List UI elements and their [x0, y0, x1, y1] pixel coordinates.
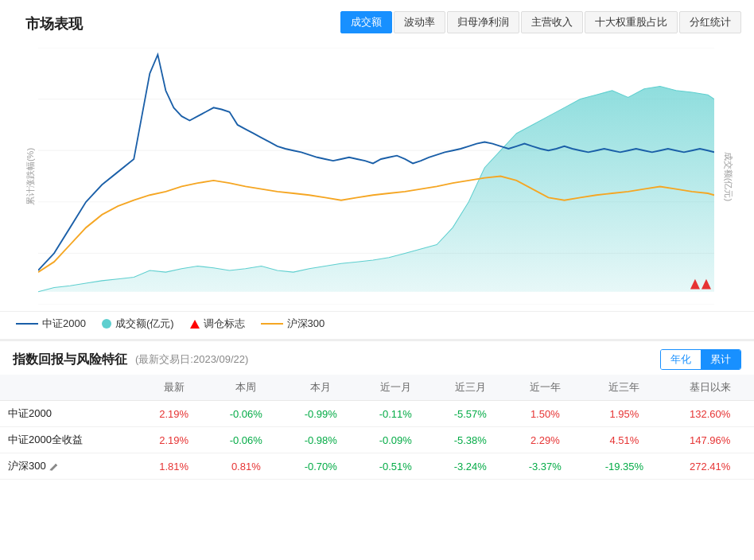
- table-header-row: 最新本周本月近一月近三月近一年近三年基日以来: [0, 375, 754, 401]
- col-header-近一年: 近一年: [507, 375, 582, 401]
- col-header-最新: 最新: [139, 375, 208, 401]
- row-value: 4.51%: [582, 427, 666, 453]
- row-value: -0.06%: [208, 401, 283, 427]
- section2-title: 指数回报与风险特征: [13, 352, 127, 368]
- legend-label-volume: 成交额(亿元): [115, 317, 174, 331]
- legend-hushen300: 沪深300: [261, 317, 325, 331]
- row-value: 1.81%: [139, 453, 208, 480]
- toggle-group: 年化累计: [660, 349, 741, 370]
- row-value: -19.35%: [582, 453, 666, 480]
- row-value: -0.06%: [208, 427, 283, 453]
- chart-svg: 332 247 162 77 -8 3200 2400 1600 800 0 1…: [38, 48, 714, 305]
- chart-area: 累计涨跌幅(%) 成交额(亿元) 332 247 162 77 -8 3200 …: [0, 41, 754, 312]
- legend-volume: 成交额(亿元): [102, 317, 174, 331]
- col-header-近三年: 近三年: [582, 375, 666, 401]
- row-value: 2.29%: [507, 427, 582, 453]
- col-header-本月: 本月: [283, 375, 358, 401]
- table-row: 中证20002.19%-0.06%-0.99%-0.11%-5.57%1.50%…: [0, 401, 754, 427]
- market-performance-header: 市场表现 成交额波动率归母净利润主营收入十大权重股占比分红统计: [0, 0, 754, 41]
- tab-成交额[interactable]: 成交额: [340, 11, 392, 33]
- legend-dot-teal: [102, 319, 111, 329]
- legend-line-orange: [261, 323, 283, 325]
- row-value: -3.24%: [433, 453, 507, 480]
- legend-triangle-red: [190, 320, 200, 329]
- row-value: 147.96%: [666, 427, 754, 453]
- row-value: -5.57%: [433, 401, 507, 427]
- col-header-近一月: 近一月: [358, 375, 433, 401]
- row-name: 沪深300: [0, 453, 139, 480]
- section2-header: 指数回报与风险特征 (最新交易日:2023/09/22) 年化累计: [0, 340, 754, 375]
- row-value: 2.19%: [139, 427, 208, 453]
- section2-date: (最新交易日:2023/09/22): [135, 352, 248, 367]
- legend-label-rebalance: 调仓标志: [204, 317, 245, 331]
- table-row: 沪深3001.81%0.81%-0.70%-0.51%-3.24%-3.37%-…: [0, 453, 754, 480]
- edit-icon[interactable]: [49, 462, 59, 472]
- toggle-年化[interactable]: 年化: [661, 350, 701, 369]
- row-name: 中证2000: [0, 401, 139, 427]
- page-title: 市场表现: [13, 6, 95, 38]
- legend-label-zhongzheng2000: 中证2000: [42, 317, 86, 331]
- row-value: 0.81%: [208, 453, 283, 480]
- toggle-累计[interactable]: 累计: [701, 350, 740, 369]
- row-value: -0.11%: [358, 401, 433, 427]
- row-value: 2.19%: [139, 401, 208, 427]
- tab-十大权重股占比[interactable]: 十大权重股占比: [585, 11, 678, 33]
- row-value: -5.38%: [433, 427, 507, 453]
- row-name: 中证2000全收益: [0, 427, 139, 453]
- row-value: -0.70%: [283, 453, 358, 480]
- tab-归母净利润[interactable]: 归母净利润: [447, 11, 519, 33]
- row-value: -0.98%: [283, 427, 358, 453]
- performance-table: 最新本周本月近一月近三月近一年近三年基日以来 中证20002.19%-0.06%…: [0, 375, 754, 480]
- row-value: 132.60%: [666, 401, 754, 427]
- col-header-基日以来: 基日以来: [666, 375, 754, 401]
- y-left-axis-label: 累计涨跌幅(%): [25, 147, 37, 204]
- row-value: -0.51%: [358, 453, 433, 480]
- row-value: 1.95%: [582, 401, 666, 427]
- tab-主营收入[interactable]: 主营收入: [521, 11, 583, 33]
- tab-波动率[interactable]: 波动率: [394, 11, 445, 33]
- legend-label-hushen300: 沪深300: [287, 317, 325, 331]
- row-value: 272.41%: [666, 453, 754, 480]
- table-row: 中证2000全收益2.19%-0.06%-0.98%-0.09%-5.38%2.…: [0, 427, 754, 453]
- row-value: -0.99%: [283, 401, 358, 427]
- legend-rebalance: 调仓标志: [190, 317, 245, 331]
- col-header-: [0, 375, 139, 401]
- y-right-axis-label: 成交额(亿元): [721, 151, 733, 200]
- legend-line-blue: [16, 323, 38, 325]
- col-header-本周: 本周: [208, 375, 283, 401]
- col-header-近三月: 近三月: [433, 375, 507, 401]
- row-value: -0.09%: [358, 427, 433, 453]
- legend-zhongzheng2000: 中证2000: [16, 317, 86, 331]
- row-value: 1.50%: [507, 401, 582, 427]
- tab-分红统计[interactable]: 分红统计: [679, 11, 741, 33]
- row-value: -3.37%: [507, 453, 582, 480]
- tab-bar: 成交额波动率归母净利润主营收入十大权重股占比分红统计: [340, 11, 741, 33]
- chart-legend: 中证2000 成交额(亿元) 调仓标志 沪深300: [0, 312, 754, 340]
